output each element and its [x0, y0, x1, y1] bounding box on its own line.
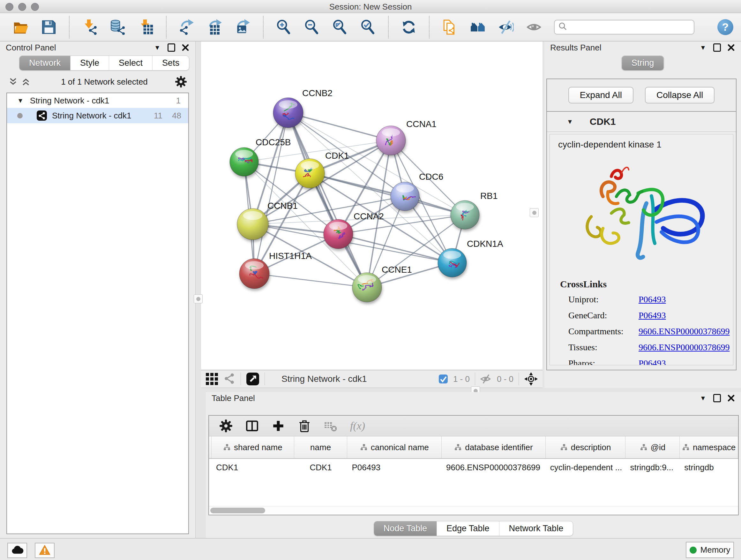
collapse-results-icon[interactable]: ▼	[699, 44, 707, 52]
show-columns-icon[interactable]	[246, 419, 259, 433]
table-cell[interactable]: P06493	[347, 459, 442, 476]
hide-selected-icon[interactable]	[498, 19, 514, 35]
table-cell[interactable]: stringdb	[680, 459, 738, 476]
zoom-in-icon[interactable]	[276, 19, 292, 35]
node-label-CDC25B: CDC25B	[256, 137, 291, 147]
tab-edge-table[interactable]: Edge Table	[436, 521, 499, 536]
network-collection-row[interactable]: ▼ String Network - cdk1 1	[7, 93, 188, 108]
scrollbar-thumb[interactable]	[210, 508, 265, 513]
tab-select[interactable]: Select	[109, 56, 152, 70]
expand-all-networks-icon[interactable]	[21, 77, 30, 86]
node-CCNA2[interactable]	[324, 219, 353, 249]
column-header-id[interactable]: @id	[625, 436, 680, 458]
column-header-description[interactable]: description	[546, 436, 626, 458]
create-column-icon[interactable]	[272, 419, 285, 433]
node-CDK1[interactable]	[295, 159, 325, 188]
first-neighbors-icon[interactable]	[470, 19, 486, 35]
node-CCNE1[interactable]	[352, 273, 382, 302]
string-share-icon[interactable]	[223, 373, 235, 385]
collapse-table-icon[interactable]: ▼	[699, 394, 707, 402]
crosslink-row: Uniprot:P06493	[568, 292, 733, 307]
delete-column-icon[interactable]	[298, 419, 311, 433]
export-table-icon[interactable]	[207, 19, 223, 35]
search-input[interactable]	[570, 22, 690, 32]
refresh-icon[interactable]	[401, 19, 417, 35]
node-CCNA1[interactable]	[376, 126, 406, 155]
save-session-icon[interactable]	[41, 19, 57, 35]
tab-style[interactable]: Style	[70, 56, 109, 70]
expand-all-button[interactable]: Expand All	[568, 87, 633, 104]
edge-CCNB2-CCNE1[interactable]	[288, 113, 367, 287]
network-canvas[interactable]: CCNB2CCNA1CDC25BCDK1CDC6RB1CCNB1CCNA2CDK…	[201, 42, 542, 370]
node-CDKN1A[interactable]	[438, 248, 467, 277]
selected-items-checkbox-icon[interactable]	[439, 374, 448, 384]
collapse-all-networks-icon[interactable]	[8, 77, 18, 86]
memory-button[interactable]: Memory	[686, 542, 734, 558]
tab-node-table[interactable]: Node Table	[374, 521, 436, 536]
tab-string[interactable]: String	[622, 56, 664, 70]
left-splitter-handle[interactable]	[194, 294, 203, 303]
zoom-fit-icon[interactable]	[332, 19, 348, 35]
close-results-icon[interactable]	[727, 44, 735, 52]
network-row-selected[interactable]: String Network - cdk1 11 48	[7, 108, 188, 123]
column-header-name[interactable]: name	[294, 436, 347, 458]
collapse-all-button[interactable]: Collapse All	[645, 87, 715, 104]
birdseye-view-icon[interactable]	[524, 372, 538, 386]
crosslink-link[interactable]: P06493	[638, 358, 666, 365]
help-button[interactable]: ?	[718, 19, 733, 35]
node-CCNB2[interactable]	[273, 98, 303, 128]
table-cell[interactable]: cyclin-dependent ...	[546, 459, 626, 476]
grid-view-icon[interactable]	[205, 373, 218, 385]
node-RB1[interactable]	[451, 200, 479, 229]
close-panel-icon[interactable]	[181, 44, 190, 52]
collapse-panel-icon[interactable]: ▼	[153, 44, 161, 52]
float-table-icon[interactable]	[713, 394, 721, 402]
tab-sets[interactable]: Sets	[152, 56, 189, 70]
open-session-icon[interactable]	[13, 19, 29, 35]
float-results-icon[interactable]	[713, 44, 721, 52]
table-options-gear-icon[interactable]	[219, 419, 232, 433]
tab-network[interactable]: Network	[19, 56, 70, 70]
import-network-icon[interactable]	[82, 19, 98, 35]
duplicate-network-icon[interactable]	[442, 19, 458, 35]
column-header-canonical-name[interactable]: canonical name	[347, 436, 442, 458]
warnings-button[interactable]	[35, 543, 55, 558]
cloud-status-button[interactable]	[7, 543, 27, 558]
node-CDC6[interactable]	[391, 182, 419, 211]
export-network-icon[interactable]	[179, 19, 195, 35]
close-table-icon[interactable]	[727, 394, 735, 402]
selected-count: 1 - 0	[453, 374, 470, 384]
column-header-database-identifier[interactable]: database identifier	[442, 436, 546, 458]
column-header-shared-name[interactable]: shared name	[212, 436, 294, 458]
detach-view-icon[interactable]	[246, 372, 259, 386]
zoom-selected-icon[interactable]	[360, 19, 376, 35]
node-CDC25B[interactable]	[230, 147, 259, 176]
table-cell[interactable]: 9606.ENSP00000378699	[442, 459, 546, 476]
network-options-gear-icon[interactable]	[175, 76, 187, 88]
import-table-icon[interactable]	[138, 19, 154, 35]
edge-HIST1H1A-CCNE1[interactable]	[254, 273, 367, 287]
search-box[interactable]	[554, 20, 694, 35]
node-CCNB1[interactable]	[237, 208, 268, 240]
table-cell[interactable]: CDK1	[212, 459, 294, 476]
table-horizontal-scrollbar[interactable]	[209, 506, 738, 515]
crosslink-link[interactable]: 9606.ENSP00000378699	[638, 326, 730, 336]
table-cell[interactable]: CDK1	[294, 459, 347, 476]
network-node-count: 11	[154, 111, 162, 121]
right-splitter-handle[interactable]	[530, 208, 539, 217]
table-row[interactable]: CDK1CDK1P064939606.ENSP00000378699cyclin…	[209, 459, 738, 476]
export-image-icon[interactable]	[235, 19, 251, 35]
column-header-namespace[interactable]: namespace	[680, 436, 738, 458]
table-cell[interactable]: stringdb:9...	[625, 459, 680, 476]
node-HIST1H1A[interactable]	[239, 259, 269, 289]
crosslink-link[interactable]: P06493	[638, 310, 666, 320]
entry-collapse-icon[interactable]: ▼	[567, 118, 573, 125]
edge-CCNB2-HIST1H1A[interactable]	[254, 113, 288, 273]
collection-expand-icon[interactable]: ▼	[17, 97, 23, 105]
crosslink-link[interactable]: P06493	[638, 294, 666, 305]
import-network-database-icon[interactable]	[110, 19, 126, 35]
float-panel-icon[interactable]	[167, 44, 176, 52]
zoom-out-icon[interactable]	[304, 19, 320, 35]
crosslink-link[interactable]: 9606.ENSP00000378699	[638, 342, 730, 353]
tab-network-table[interactable]: Network Table	[499, 521, 573, 536]
